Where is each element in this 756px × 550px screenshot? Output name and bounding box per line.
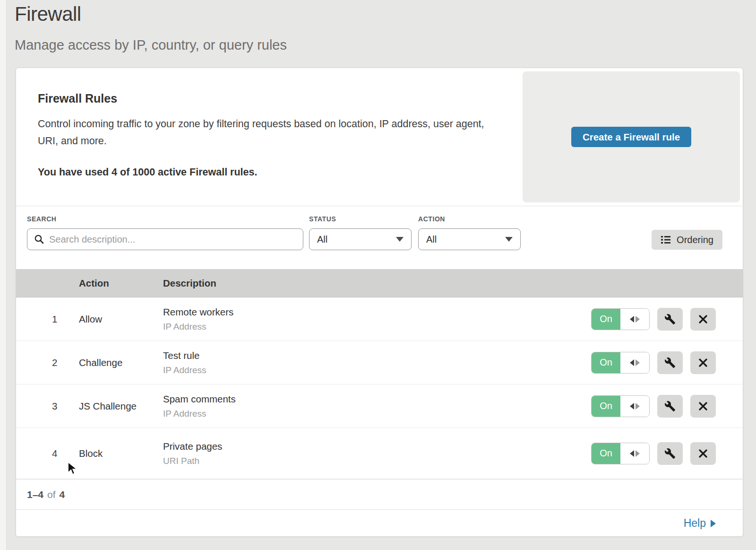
rule-field: IP Address — [163, 320, 591, 333]
page-title: Firewall — [15, 3, 81, 26]
rule-controls: On — [591, 442, 716, 465]
pagination-of: of — [47, 489, 56, 500]
delete-rule-button[interactable] — [690, 308, 716, 331]
rule-priority: 3 — [16, 401, 79, 412]
rule-field: IP Address — [163, 364, 591, 376]
search-box[interactable] — [27, 228, 303, 250]
delete-rule-button[interactable] — [690, 351, 716, 374]
table-header: Action Description — [16, 269, 743, 297]
page-left-gutter — [0, 0, 7, 550]
column-header-action: Action — [79, 278, 163, 289]
wrench-icon — [664, 314, 676, 325]
wrench-icon — [664, 401, 676, 412]
edit-rule-button[interactable] — [657, 395, 683, 418]
rule-field: URI Path — [163, 454, 591, 467]
toggle-on-label[interactable]: On — [592, 443, 620, 464]
rule-priority: 1 — [16, 314, 79, 325]
rule-enabled-toggle[interactable]: On — [591, 443, 650, 464]
create-rule-panel: Create a Firewall rule — [523, 71, 740, 202]
pagination-range: 1–4 — [27, 489, 43, 500]
rule-field: IP Address — [163, 407, 591, 420]
ordering-icon — [661, 235, 671, 245]
toggle-on-label[interactable]: On — [592, 309, 620, 330]
rules-heading: Firewall Rules — [38, 92, 117, 105]
rules-usage-count: You have used 4 of 1000 active Firewall … — [38, 166, 257, 178]
rule-controls: On — [591, 351, 716, 374]
edit-rule-button[interactable] — [657, 442, 683, 465]
action-select[interactable]: All — [418, 228, 521, 250]
toggle-arrows-icon[interactable] — [620, 443, 649, 464]
rule-priority: 2 — [16, 357, 79, 368]
help-link[interactable]: Help — [684, 517, 716, 530]
status-selected-value: All — [317, 234, 327, 245]
close-icon — [698, 448, 708, 459]
edit-rule-button[interactable] — [657, 351, 683, 374]
rule-enabled-toggle[interactable]: On — [591, 352, 650, 374]
rules-description: Control incoming traffic to your zone by… — [38, 115, 487, 149]
ordering-button[interactable]: Ordering — [652, 230, 722, 250]
table-row: 2 Challenge Test rule IP Address On — [16, 341, 743, 384]
pagination: 1–4 of 4 — [16, 479, 743, 509]
rule-controls: On — [591, 308, 716, 331]
close-icon — [698, 401, 708, 411]
pagination-total: 4 — [60, 489, 65, 500]
create-firewall-rule-button[interactable]: Create a Firewall rule — [571, 127, 691, 147]
delete-rule-button[interactable] — [690, 442, 716, 465]
rule-action: Block — [79, 448, 163, 459]
action-selected-value: All — [426, 234, 437, 245]
close-icon — [698, 314, 708, 324]
edit-rule-button[interactable] — [657, 308, 683, 331]
toggle-arrows-icon[interactable] — [620, 396, 649, 417]
table-row: 3 JS Challenge Spam comments IP Address … — [16, 384, 743, 428]
table-row: 1 Allow Remote workers IP Address On — [16, 297, 743, 341]
ordering-button-label: Ordering — [677, 235, 713, 245]
toggle-on-label[interactable]: On — [592, 396, 620, 417]
table-row: 4 Block Private pages URI Path On — [16, 428, 743, 479]
rule-description: Private pages — [163, 439, 591, 454]
column-header-description: Description — [163, 278, 743, 289]
status-select[interactable]: All — [309, 228, 412, 250]
page-subtitle: Manage access by IP, country, or query r… — [15, 37, 287, 53]
toggle-on-label[interactable]: On — [592, 352, 620, 373]
action-label: ACTION — [418, 215, 445, 223]
rule-description: Test rule — [163, 349, 591, 363]
rule-action: Allow — [79, 314, 163, 325]
rule-description: Spam comments — [163, 392, 591, 406]
search-label: SEARCH — [27, 215, 56, 223]
rule-description: Remote workers — [163, 305, 591, 319]
search-input[interactable] — [49, 234, 296, 245]
card-footer: Help — [16, 509, 743, 536]
chevron-down-icon — [505, 237, 513, 242]
toggle-arrows-icon[interactable] — [620, 352, 649, 373]
firewall-rules-card: Firewall Rules Control incoming traffic … — [16, 68, 743, 537]
rule-action: JS Challenge — [79, 401, 163, 412]
wrench-icon — [664, 448, 676, 459]
caret-right-icon — [711, 520, 716, 527]
help-link-label: Help — [684, 517, 706, 530]
wrench-icon — [664, 357, 676, 368]
delete-rule-button[interactable] — [690, 395, 716, 418]
rule-priority: 4 — [16, 448, 79, 459]
filter-bar: SEARCH STATUS All ACTION All — [16, 206, 743, 269]
rule-action: Challenge — [79, 357, 163, 368]
chevron-down-icon — [396, 237, 404, 242]
status-label: STATUS — [309, 215, 336, 223]
rule-controls: On — [591, 395, 716, 418]
rule-enabled-toggle[interactable]: On — [591, 308, 650, 330]
rule-enabled-toggle[interactable]: On — [591, 395, 650, 417]
close-icon — [698, 358, 708, 368]
rules-intro-section: Firewall Rules Control incoming traffic … — [16, 68, 743, 206]
search-icon — [34, 234, 44, 244]
toggle-arrows-icon[interactable] — [620, 309, 649, 330]
